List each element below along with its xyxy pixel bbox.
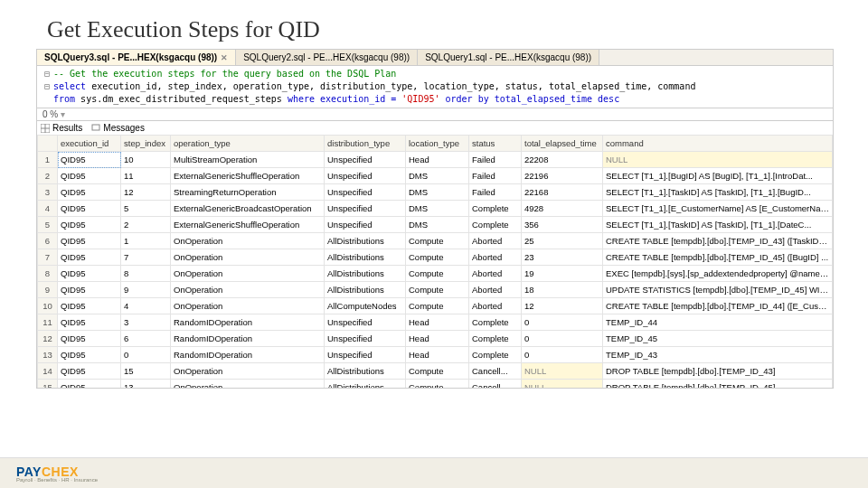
cell[interactable]: DMS (406, 168, 469, 184)
cell[interactable]: Compute (406, 282, 469, 298)
cell[interactable]: OnOperation (171, 363, 325, 380)
cell[interactable]: 0 (522, 347, 603, 363)
cell[interactable]: 15 (38, 380, 58, 389)
cell[interactable]: 3 (121, 314, 171, 331)
cell[interactable]: Failed (469, 184, 522, 201)
cell[interactable]: Cancell... (469, 380, 522, 389)
cell[interactable]: Compute (406, 380, 469, 389)
cell[interactable]: OnOperation (171, 249, 325, 266)
cell[interactable]: QID95 (58, 201, 121, 217)
table-row[interactable]: 8QID958OnOperationAllDistributionsComput… (38, 266, 833, 282)
cell[interactable]: 1 (121, 233, 171, 249)
cell[interactable]: 13 (38, 347, 58, 363)
cell[interactable]: TEMP_ID_45 (603, 331, 833, 347)
table-row[interactable]: 1QID9510MultiStreamOperationUnspecifiedH… (38, 152, 833, 168)
cell[interactable]: QID95 (58, 347, 121, 363)
cell[interactable]: Aborted (469, 233, 522, 249)
cell[interactable]: 10 (38, 298, 58, 314)
cell[interactable]: CREATE TABLE [tempdb].[dbo].[TEMP_ID_43]… (603, 233, 833, 249)
table-row[interactable]: 7QID957OnOperationAllDistributionsComput… (38, 249, 833, 266)
cell[interactable]: 4928 (522, 201, 603, 217)
cell[interactable]: Unspecified (325, 201, 406, 217)
cell[interactable]: Unspecified (325, 168, 406, 184)
cell[interactable]: ExternalGenericShuffleOperation (171, 217, 325, 233)
cell[interactable]: Aborted (469, 266, 522, 282)
cell[interactable]: 7 (121, 249, 171, 266)
cell[interactable]: 18 (522, 282, 603, 298)
cell[interactable]: 2 (121, 217, 171, 233)
cell[interactable]: TEMP_ID_44 (603, 314, 833, 331)
table-row[interactable]: 12QID956RandomIDOperationUnspecifiedHead… (38, 331, 833, 347)
cell[interactable]: 4 (121, 298, 171, 314)
cell[interactable]: ExternalGenericShuffleOperation (171, 168, 325, 184)
cell[interactable]: 12 (121, 184, 171, 201)
table-row[interactable]: 3QID9512StreamingReturnOperationUnspecif… (38, 184, 833, 201)
table-row[interactable]: 5QID952ExternalGenericShuffleOperationUn… (38, 217, 833, 233)
table-row[interactable]: 6QID951OnOperationAllDistributionsComput… (38, 233, 833, 249)
cell[interactable]: Unspecified (325, 314, 406, 331)
tab-query3[interactable]: SQLQuery3.sql - PE...HEX(ksgacqu (98))✕ (37, 50, 236, 65)
cell[interactable]: 5 (121, 201, 171, 217)
sql-text[interactable]: ⊟-- Get the execution steps for the quer… (37, 66, 833, 108)
cell[interactable]: Complete (469, 347, 522, 363)
cell[interactable]: SELECT [T1_1].[TaskID] AS [TaskID], [T1_… (603, 217, 833, 233)
table-row[interactable]: 11QID953RandomIDOperationUnspecifiedHead… (38, 314, 833, 331)
cell[interactable]: DMS (406, 201, 469, 217)
cell[interactable]: 10 (121, 152, 171, 168)
cell[interactable]: QID95 (58, 298, 121, 314)
cell[interactable]: DMS (406, 184, 469, 201)
cell[interactable]: QID95 (58, 380, 121, 389)
cell[interactable]: AllDistributions (325, 233, 406, 249)
cell[interactable]: 9 (38, 282, 58, 298)
cell[interactable]: NULL (522, 363, 603, 380)
cell[interactable]: 25 (522, 233, 603, 249)
cell[interactable]: SELECT [T1_1].[E_CustomerName] AS [E_Cus… (603, 201, 833, 217)
cell[interactable]: QID95 (58, 314, 121, 331)
cell[interactable]: 13 (121, 380, 171, 389)
cell[interactable]: 3 (38, 184, 58, 201)
cell[interactable]: Unspecified (325, 184, 406, 201)
cell[interactable]: 356 (522, 217, 603, 233)
cell[interactable]: Compute (406, 298, 469, 314)
cell[interactable]: RandomIDOperation (171, 314, 325, 331)
cell[interactable]: Compute (406, 266, 469, 282)
cell[interactable]: CREATE TABLE [tempdb].[dbo].[TEMP_ID_45]… (603, 249, 833, 266)
cell[interactable]: 5 (38, 217, 58, 233)
cell[interactable]: Unspecified (325, 331, 406, 347)
cell[interactable]: 8 (121, 266, 171, 282)
table-row[interactable]: 2QID9511ExternalGenericShuffleOperationU… (38, 168, 833, 184)
cell[interactable]: 8 (38, 266, 58, 282)
col-header[interactable]: operation_type (171, 136, 325, 152)
cell[interactable]: Compute (406, 233, 469, 249)
cell[interactable]: DROP TABLE [tempdb].[dbo].[TEMP_ID_43] (603, 363, 833, 380)
cell[interactable]: Head (406, 152, 469, 168)
cell[interactable]: QID95 (58, 282, 121, 298)
col-header[interactable]: step_index (121, 136, 171, 152)
cell[interactable]: OnOperation (171, 298, 325, 314)
cell[interactable]: 14 (38, 363, 58, 380)
cell[interactable]: Complete (469, 314, 522, 331)
table-row[interactable]: 13QID950RandomIDOperationUnspecifiedHead… (38, 347, 833, 363)
cell[interactable]: 6 (38, 233, 58, 249)
cell[interactable]: NULL (522, 380, 603, 389)
tab-query2[interactable]: SQLQuery2.sql - PE...HEX(ksgacqu (98)) (236, 50, 418, 65)
cell[interactable]: 4 (38, 201, 58, 217)
cell[interactable]: Failed (469, 152, 522, 168)
cell[interactable]: QID95 (58, 331, 121, 347)
cell[interactable]: 12 (38, 331, 58, 347)
cell[interactable]: AllDistributions (325, 380, 406, 389)
cell[interactable]: QID95 (58, 184, 121, 201)
cell[interactable]: Complete (469, 217, 522, 233)
cell[interactable]: QID95 (58, 266, 121, 282)
cell[interactable]: Compute (406, 249, 469, 266)
cell[interactable]: OnOperation (171, 266, 325, 282)
table-row[interactable]: 10QID954OnOperationAllComputeNodesComput… (38, 298, 833, 314)
cell[interactable]: TEMP_ID_43 (603, 347, 833, 363)
cell[interactable]: SELECT [T1_1].[TaskID] AS [TaskID], [T1_… (603, 184, 833, 201)
col-header[interactable]: command (603, 136, 833, 152)
table-row[interactable]: 14QID9515OnOperationAllDistributionsComp… (38, 363, 833, 380)
tab-messages[interactable]: Messages (91, 123, 145, 133)
cell[interactable]: 0 (522, 331, 603, 347)
cell[interactable]: AllDistributions (325, 266, 406, 282)
cell[interactable]: QID95 (58, 233, 121, 249)
